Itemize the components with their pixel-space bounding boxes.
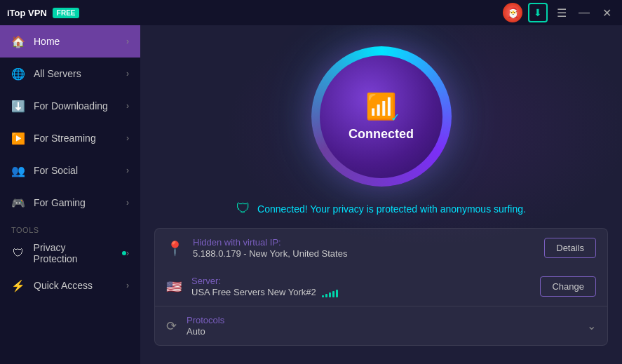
chevron-right-icon: › bbox=[126, 69, 129, 79]
sidebar-item-quick-access[interactable]: ⚡ Quick Access › bbox=[0, 269, 140, 302]
protocols-label: Protocols bbox=[187, 315, 224, 325]
sidebar-label-home: Home bbox=[34, 36, 60, 47]
share-icon: ⟳ bbox=[166, 318, 177, 334]
title-bar-right: 🎅 ⬇ ☰ — ✕ bbox=[503, 3, 615, 22]
title-bar: iTop VPN FREE 🎅 ⬇ ☰ — ✕ bbox=[0, 0, 622, 25]
tools-section-label: Tools bbox=[0, 219, 140, 237]
shield-icon: 🛡 bbox=[11, 247, 25, 259]
chevron-right-icon: › bbox=[126, 133, 129, 143]
vpn-circle-outer: 📶 ✓ Connected bbox=[311, 46, 452, 187]
us-flag-icon: 🇺🇸 bbox=[166, 279, 182, 295]
change-server-button[interactable]: Change bbox=[540, 276, 596, 297]
details-button[interactable]: Details bbox=[544, 238, 596, 258]
close-button[interactable]: ✕ bbox=[598, 4, 615, 21]
status-text: Connected! Your privacy is protected wit… bbox=[257, 203, 526, 215]
check-shield-icon: ✓ bbox=[391, 111, 400, 124]
sidebar-item-for-downloading[interactable]: ⬇️ For Downloading › bbox=[0, 90, 140, 122]
sidebar-label-for-downloading: For Downloading bbox=[34, 100, 108, 112]
signal-bar-1 bbox=[322, 295, 324, 297]
signal-bar-2 bbox=[325, 294, 327, 297]
virtual-ip-label: Hidden with virtual IP: bbox=[193, 237, 534, 248]
virtual-ip-card: 📍 Hidden with virtual IP: 5.188.0.179 - … bbox=[154, 228, 608, 267]
sidebar-item-privacy-protection[interactable]: 🛡 Privacy Protection › bbox=[0, 237, 140, 269]
minimize-button[interactable]: — bbox=[576, 4, 593, 21]
sidebar-label-all-servers: All Servers bbox=[34, 68, 81, 79]
sidebar-item-all-servers[interactable]: 🌐 All Servers › bbox=[0, 58, 140, 90]
globe-icon: 🌐 bbox=[11, 67, 25, 81]
main-content: 📶 ✓ Connected 🛡 Connected! Your privacy … bbox=[140, 25, 622, 364]
signal-bar-3 bbox=[329, 292, 331, 297]
main-layout: 🏠 Home › 🌐 All Servers › ⬇️ For Download… bbox=[0, 25, 622, 364]
server-card: 🇺🇸 Server: USA Free Servers New York#2 bbox=[154, 267, 608, 306]
location-icon: 📍 bbox=[166, 240, 183, 257]
chevron-right-icon: › bbox=[126, 36, 129, 46]
chevron-right-icon: › bbox=[126, 166, 129, 175]
sidebar-label-privacy-protection: Privacy Protection bbox=[34, 242, 111, 264]
sidebar-item-home[interactable]: 🏠 Home › bbox=[0, 25, 140, 58]
chevron-right-icon: › bbox=[126, 198, 129, 208]
virtual-ip-value: 5.188.0.179 - New York, United States bbox=[193, 248, 534, 259]
status-shield-icon: 🛡 bbox=[236, 201, 250, 217]
protocols-card[interactable]: ⟳ Protocols Auto ⌄ bbox=[154, 306, 608, 346]
chevron-right-icon: › bbox=[126, 101, 129, 111]
quick-access-icon: ⚡ bbox=[11, 279, 25, 292]
sidebar-item-for-gaming[interactable]: 🎮 For Gaming › bbox=[0, 187, 140, 219]
status-message: 🛡 Connected! Your privacy is protected w… bbox=[236, 201, 526, 217]
sidebar-item-for-social[interactable]: 👥 For Social › bbox=[0, 154, 140, 187]
sidebar-item-for-streaming[interactable]: ▶️ For Streaming › bbox=[0, 122, 140, 154]
server-value: USA Free Servers New York#2 bbox=[191, 287, 530, 297]
signal-bar-4 bbox=[332, 291, 334, 297]
avatar-icon[interactable]: 🎅 bbox=[503, 3, 522, 22]
menu-icon[interactable]: ☰ bbox=[553, 4, 570, 21]
virtual-ip-content: Hidden with virtual IP: 5.188.0.179 - Ne… bbox=[193, 237, 534, 259]
chevron-right-icon: › bbox=[126, 248, 129, 258]
chevron-right-icon: › bbox=[126, 281, 129, 290]
protocols-value: Auto bbox=[187, 326, 224, 337]
sidebar-label-quick-access: Quick Access bbox=[34, 280, 93, 291]
sidebar-label-for-gaming: For Gaming bbox=[34, 197, 86, 208]
gaming-icon: 🎮 bbox=[11, 196, 25, 210]
vpn-connected-label: Connected bbox=[349, 127, 414, 142]
server-label: Server: bbox=[191, 276, 530, 286]
social-icon: 👥 bbox=[11, 164, 25, 177]
app-badge: FREE bbox=[53, 8, 80, 18]
app-title: iTop VPN bbox=[7, 8, 47, 18]
info-cards: 📍 Hidden with virtual IP: 5.188.0.179 - … bbox=[140, 228, 622, 346]
wifi-shield-group: 📶 ✓ bbox=[365, 92, 397, 121]
vpn-circle[interactable]: 📶 ✓ Connected bbox=[311, 46, 452, 187]
server-content: Server: USA Free Servers New York#2 bbox=[191, 276, 530, 297]
title-bar-left: iTop VPN FREE bbox=[7, 8, 79, 18]
sidebar: 🏠 Home › 🌐 All Servers › ⬇️ For Download… bbox=[0, 25, 140, 364]
chevron-down-icon: ⌄ bbox=[587, 319, 596, 332]
download-icon[interactable]: ⬇ bbox=[528, 3, 548, 22]
vpn-circle-inner: 📶 ✓ Connected bbox=[320, 55, 442, 178]
sidebar-label-for-streaming: For Streaming bbox=[34, 133, 96, 144]
signal-bar-5 bbox=[336, 290, 338, 297]
home-icon: 🏠 bbox=[11, 35, 25, 48]
streaming-icon: ▶️ bbox=[11, 132, 25, 145]
sidebar-label-for-social: For Social bbox=[34, 165, 78, 176]
download-icon: ⬇️ bbox=[11, 100, 25, 113]
signal-bars bbox=[322, 288, 338, 297]
